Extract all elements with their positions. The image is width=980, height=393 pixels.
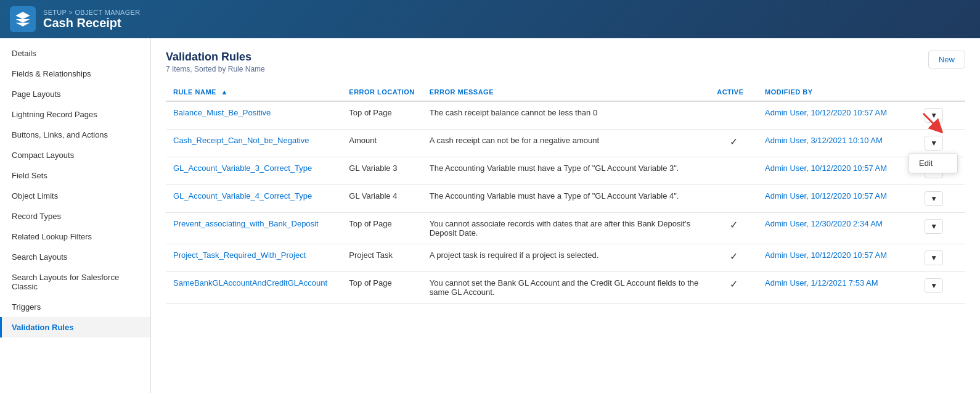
table-row: Prevent_associating_with_Bank_DepositTop… <box>166 213 965 244</box>
active-cell <box>709 101 757 130</box>
active-cell: ✓ <box>709 244 757 272</box>
rule-name-link[interactable]: Cash_Receipt_Can_Not_be_Negative <box>173 136 309 145</box>
content-area: Validation Rules 7 Items, Sorted by Rule… <box>151 38 980 393</box>
sidebar-item-lightning-record-pages[interactable]: Lightning Record Pages <box>0 104 150 125</box>
error-message-cell: You cannot associate records with dates … <box>422 213 709 244</box>
active-cell: ✓ <box>709 213 757 244</box>
active-cell <box>709 185 757 213</box>
error-message-cell: A project task is required if a project … <box>422 244 709 272</box>
app-header: SETUP > OBJECT MANAGER Cash Receipt <box>0 0 980 38</box>
table-row: SameBankGLAccountAndCreditGLAccountTop o… <box>166 272 965 304</box>
error-message-cell: You cannot set the Bank GL Account and t… <box>422 272 709 304</box>
row-dropdown-button[interactable]: ▼ <box>925 191 943 206</box>
chevron-down-icon: ▼ <box>930 281 937 290</box>
col-header-error-location: Error Location <box>341 83 422 101</box>
actions-cell: ▼ <box>917 213 965 244</box>
rule-name-link[interactable]: GL_Account_Variable_4_Correct_Type <box>173 191 312 201</box>
arrow-pointer <box>918 111 943 135</box>
active-cell: ✓ <box>709 130 757 157</box>
row-dropdown-button[interactable]: ▼ <box>925 278 943 293</box>
checkmark-icon: ✓ <box>730 220 738 230</box>
sidebar-item-field-sets[interactable]: Field Sets <box>0 165 150 186</box>
modified-by-cell: Admin User, 3/12/2021 10:10 AM <box>757 130 917 157</box>
row-dropdown-button[interactable]: ▼ <box>925 250 943 265</box>
modified-by-link[interactable]: Admin User, 12/30/2020 2:34 AM <box>765 219 883 228</box>
actions-cell: ▼ <box>917 185 965 213</box>
error-location-cell: GL Variable 3 <box>341 157 422 185</box>
table-row: Project_Task_Required_With_ProjectProjec… <box>166 244 965 272</box>
validation-rules-table: Rule Name ▲ Error Location Error Message… <box>166 83 965 304</box>
modified-by-link[interactable]: Admin User, 10/12/2020 10:57 AM <box>765 163 887 173</box>
col-header-actions <box>917 83 965 101</box>
svg-line-0 <box>923 114 938 128</box>
active-cell: ✓ <box>709 272 757 304</box>
table-row: Cash_Receipt_Can_Not_be_NegativeAmountA … <box>166 130 965 157</box>
sidebar-item-page-layouts[interactable]: Page Layouts <box>0 84 150 104</box>
sidebar-item-buttons-links-actions[interactable]: Buttons, Links, and Actions <box>0 125 150 145</box>
modified-by-link[interactable]: Admin User, 10/12/2020 10:57 AM <box>765 250 887 260</box>
sidebar-item-triggers[interactable]: Triggers <box>0 297 150 317</box>
active-cell <box>709 157 757 185</box>
rule-name-link[interactable]: Balance_Must_Be_Positive <box>173 108 271 117</box>
modified-by-cell: Admin User, 10/12/2020 10:57 AM <box>757 244 917 272</box>
error-location-cell: GL Variable 4 <box>341 185 422 213</box>
col-header-rule-name[interactable]: Rule Name ▲ <box>166 83 341 101</box>
error-message-cell: The Accounting Variable must have a Type… <box>422 185 709 213</box>
modified-by-link[interactable]: Admin User, 10/12/2020 10:57 AM <box>765 191 887 201</box>
checkmark-icon: ✓ <box>730 251 738 262</box>
error-location-cell: Amount <box>341 130 422 157</box>
sidebar-item-details[interactable]: Details <box>0 43 150 64</box>
sidebar-item-validation-rules[interactable]: Validation Rules <box>0 317 150 337</box>
sidebar-item-search-layouts-classic[interactable]: Search Layouts for Salesforce Classic <box>0 267 150 297</box>
row-actions: ▼ <box>925 219 958 234</box>
rule-name-link[interactable]: SameBankGLAccountAndCreditGLAccount <box>173 278 327 288</box>
rule-name-link[interactable]: Prevent_associating_with_Bank_Deposit <box>173 219 319 228</box>
header-text: SETUP > OBJECT MANAGER Cash Receipt <box>43 9 140 30</box>
error-location-cell: Top of Page <box>341 101 422 130</box>
col-header-active: Active <box>709 83 757 101</box>
actions-cell: ▼ <box>917 244 965 272</box>
sidebar-item-related-lookup-filters[interactable]: Related Lookup Filters <box>0 226 150 247</box>
col-header-error-message: Error Message <box>422 83 709 101</box>
chevron-down-icon: ▼ <box>930 222 937 231</box>
sidebar-item-object-limits[interactable]: Object Limits <box>0 186 150 206</box>
error-location-cell: Top of Page <box>341 213 422 244</box>
app-logo <box>10 6 36 32</box>
row-actions: ▼ <box>925 191 958 206</box>
sidebar-item-search-layouts[interactable]: Search Layouts <box>0 247 150 267</box>
row-actions: ▼Edit <box>925 136 958 151</box>
rule-name-link[interactable]: Project_Task_Required_With_Project <box>173 250 306 260</box>
error-message-cell: The cash receipt balance cannot be less … <box>422 101 709 130</box>
col-header-modified-by: Modified By <box>757 83 917 101</box>
dropdown-menu: Edit <box>909 153 958 173</box>
sidebar-item-compact-layouts[interactable]: Compact Layouts <box>0 145 150 165</box>
modified-by-cell: Admin User, 1/12/2021 7:53 AM <box>757 272 917 304</box>
error-message-cell: The Accounting Variable must have a Type… <box>422 157 709 185</box>
chevron-down-icon: ▼ <box>930 139 937 147</box>
content-header: Validation Rules 7 Items, Sorted by Rule… <box>166 51 965 73</box>
dropdown-edit-item[interactable]: Edit <box>909 154 957 173</box>
rule-name-link[interactable]: GL_Account_Variable_3_Correct_Type <box>173 163 312 173</box>
modified-by-cell: Admin User, 12/30/2020 2:34 AM <box>757 213 917 244</box>
breadcrumb: SETUP > OBJECT MANAGER <box>43 9 140 16</box>
table-row: Balance_Must_Be_PositiveTop of PageThe c… <box>166 101 965 130</box>
sidebar: Details Fields & Relationships Page Layo… <box>0 38 151 393</box>
checkmark-icon: ✓ <box>730 136 738 147</box>
main-container: Details Fields & Relationships Page Layo… <box>0 38 980 393</box>
error-message-cell: A cash receipt can not be for a negative… <box>422 130 709 157</box>
row-dropdown-button[interactable]: ▼ <box>925 219 943 234</box>
new-button[interactable]: New <box>928 51 965 68</box>
page-title: Cash Receipt <box>43 16 140 30</box>
layers-icon <box>14 10 31 28</box>
sidebar-item-record-types[interactable]: Record Types <box>0 206 150 226</box>
modified-by-link[interactable]: Admin User, 1/12/2021 7:53 AM <box>765 278 878 288</box>
row-dropdown-button[interactable]: ▼ <box>925 136 943 151</box>
section-title: Validation Rules <box>166 51 265 64</box>
section-subtitle: 7 Items, Sorted by Rule Name <box>166 65 265 73</box>
sidebar-item-fields-relationships[interactable]: Fields & Relationships <box>0 64 150 84</box>
row-actions: ▼ <box>925 250 958 265</box>
modified-by-cell: Admin User, 10/12/2020 10:57 AM <box>757 157 917 185</box>
sort-icon: ▲ <box>221 88 227 96</box>
modified-by-link[interactable]: Admin User, 10/12/2020 10:57 AM <box>765 108 887 117</box>
modified-by-link[interactable]: Admin User, 3/12/2021 10:10 AM <box>765 136 883 145</box>
